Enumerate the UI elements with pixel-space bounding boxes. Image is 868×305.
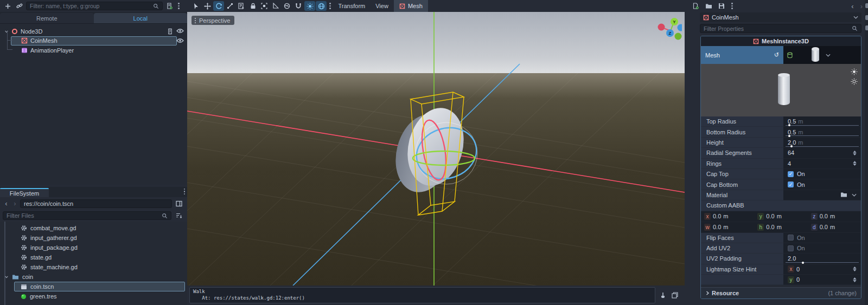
visibility-eye-icon[interactable] [176, 38, 184, 43]
extra-options-icon[interactable] [327, 2, 333, 10]
class-section-header[interactable]: MeshInstance3D [701, 36, 861, 46]
folder-icon[interactable] [840, 192, 847, 198]
spinner-icon[interactable] [853, 151, 857, 155]
vector-field-d[interactable]: d0.0m [808, 222, 861, 232]
axis-spin-field[interactable]: x0 [783, 264, 861, 275]
property-row-flip-faces: Flip Faces✓On [701, 233, 861, 243]
path-field[interactable]: res://coin/coin.tscn [20, 199, 172, 208]
copy-output-icon[interactable] [672, 292, 678, 298]
tab-filesystem[interactable]: FileSystem [0, 188, 49, 197]
axis-gizmo[interactable]: Y Z [654, 16, 682, 44]
select-tool-icon[interactable] [190, 1, 201, 11]
revert-icon[interactable]: ↺ [774, 51, 779, 59]
split-view-icon[interactable] [174, 199, 184, 209]
file-item-state.gd[interactable]: state.gd [0, 252, 187, 262]
attach-script-button[interactable] [164, 1, 175, 11]
perspective-button[interactable]: Perspective [192, 16, 234, 25]
file-item-input_gatherer.gd[interactable]: input_gatherer.gd [0, 233, 187, 243]
filesystem-dock: FileSystem ‹ › res://coin/coin.tscn Filt… [0, 187, 187, 305]
file-item-coin[interactable]: coin [0, 272, 187, 282]
file-item-state_machine.gd[interactable]: state_machine.gd [0, 262, 187, 272]
menu-transform[interactable]: Transform [334, 3, 371, 9]
vector-field-y[interactable]: y0.0m [754, 211, 807, 222]
slider-field[interactable]: 2.0m [783, 138, 861, 148]
scene-node-node3d[interactable]: Node3D [0, 27, 187, 36]
filesystem-nav: ‹ › res://coin/coin.tscn [0, 197, 187, 210]
group-icon[interactable] [259, 1, 270, 11]
file-item-coin.tscn[interactable]: coin.tscn [0, 282, 187, 291]
clear-output-icon[interactable] [660, 292, 666, 298]
collapse-chevron-icon[interactable] [4, 275, 9, 279]
tab-local[interactable]: Local [94, 13, 188, 23]
checkbox-field[interactable]: ✓On [783, 233, 861, 243]
scene-filter-input[interactable]: Filter: name, t:type, g:group [26, 2, 163, 10]
local-space-icon[interactable] [282, 1, 292, 11]
chevron-down-icon [853, 16, 858, 19]
slider-field[interactable]: 0.5m [783, 116, 861, 127]
menu-mesh[interactable]: Mesh [394, 0, 428, 12]
file-item-combat_move.gd[interactable]: combat_move.gd [0, 223, 187, 233]
ruler-icon[interactable] [270, 1, 281, 11]
nav-forward-icon[interactable]: › [11, 199, 18, 207]
history-forward-icon[interactable]: › [858, 2, 865, 10]
menu-view[interactable]: View [371, 3, 393, 9]
checkbox-field[interactable]: ✓On [783, 169, 861, 179]
checkbox-field[interactable]: ✓On [783, 243, 861, 254]
preview-light2-icon[interactable] [851, 78, 858, 85]
spin-field[interactable]: 64 [783, 148, 861, 158]
new-resource-icon[interactable] [690, 1, 701, 11]
spin-field[interactable]: 4 [783, 159, 861, 169]
vector-field-h[interactable]: h0.0m [754, 222, 807, 232]
inspector-menu-icon[interactable] [729, 2, 735, 10]
changes-badge: (1 change) [828, 290, 857, 296]
visibility-eye-icon[interactable] [176, 28, 184, 34]
load-resource-icon[interactable] [703, 1, 714, 11]
output-log[interactable]: Walk At: res://states/walk.gd:12:enter() [189, 287, 655, 303]
vector-field-z[interactable]: z0.0m [808, 211, 861, 222]
property-filter-input[interactable]: Filter Properties [700, 24, 861, 33]
selectable-list-icon[interactable] [236, 1, 247, 11]
scene-node-animationplayer[interactable]: AnimationPlayer [0, 46, 187, 55]
tab-remote[interactable]: Remote [0, 13, 94, 23]
spinner-icon[interactable] [853, 267, 857, 271]
filesystem-filter-row: Filter Files [0, 210, 187, 222]
move-tool-icon[interactable] [202, 1, 213, 11]
spinner-icon[interactable] [853, 277, 857, 282]
preview-light1-icon[interactable] [851, 68, 858, 75]
snap-icon[interactable] [293, 1, 304, 11]
sort-files-icon[interactable] [174, 211, 184, 220]
chevron-down-icon[interactable] [852, 193, 857, 197]
file-filter-input[interactable]: Filter Files [3, 211, 171, 220]
nav-back-icon[interactable]: ‹ [3, 199, 10, 207]
axis-spin-field[interactable]: y0 [783, 275, 861, 285]
scale-tool-icon[interactable] [225, 1, 235, 11]
inspector-toolbar: ‹ › [685, 0, 865, 12]
instance-scene-button[interactable] [14, 1, 25, 11]
resource-section-row[interactable]: Resource (1 change) [701, 287, 861, 298]
scene-node-coinmesh[interactable]: CoinMesh [0, 36, 187, 46]
file-item-green.tres[interactable]: green.tres [0, 291, 187, 301]
slider-field[interactable]: 0.5m [783, 127, 861, 137]
vector-field-x[interactable]: x0.0m [701, 211, 754, 222]
file-item-input_package.gd[interactable]: input_package.gd [0, 243, 187, 252]
checkbox-field[interactable]: ✓On [783, 179, 861, 190]
3d-viewport[interactable]: Perspective Y Z [187, 12, 685, 285]
property-row-material: Material [701, 190, 861, 200]
attached-script-icon[interactable] [167, 28, 173, 35]
mesh-resource-picker[interactable] [783, 46, 861, 64]
output-panel: Walk At: res://states/walk.gd:12:enter() [187, 285, 685, 305]
history-back-icon[interactable]: ‹ [849, 2, 856, 10]
resource-field[interactable] [783, 190, 861, 200]
preview-sun-icon[interactable] [304, 1, 315, 11]
vector-field-w[interactable]: w0.0m [701, 222, 754, 232]
preview-environment-icon[interactable] [316, 1, 327, 11]
rotate-tool-icon[interactable] [213, 1, 224, 11]
add-node-button[interactable] [2, 1, 13, 11]
save-resource-icon[interactable] [716, 1, 727, 11]
slider-field[interactable]: 2.0 [783, 254, 861, 264]
edited-object-selector[interactable]: CoinMesh [700, 12, 861, 22]
filesystem-menu-icon[interactable] [182, 187, 188, 196]
lock-icon[interactable] [247, 1, 258, 11]
spinner-icon[interactable] [853, 161, 857, 166]
scene-menu-icon[interactable] [176, 2, 182, 10]
